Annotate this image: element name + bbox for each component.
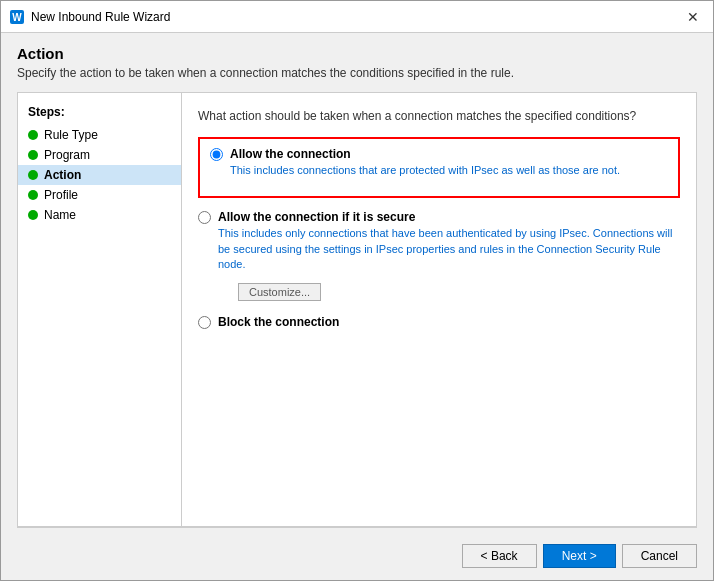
allow-option-row: Allow the connection This includes conne…: [210, 147, 668, 178]
block-option-row: Block the connection: [198, 315, 680, 329]
allow-secure-desc: This includes only connections that have…: [218, 226, 680, 272]
step-label-action: Action: [44, 168, 81, 182]
step-label-profile: Profile: [44, 188, 78, 202]
step-dot-profile: [28, 190, 38, 200]
allow-title: Allow the connection: [230, 147, 620, 161]
block-title: Block the connection: [218, 315, 339, 329]
next-button[interactable]: Next >: [543, 544, 616, 568]
title-bar: W New Inbound Rule Wizard ✕: [1, 1, 713, 33]
step-label-name: Name: [44, 208, 76, 222]
close-button[interactable]: ✕: [681, 5, 705, 29]
sidebar-item-name[interactable]: Name: [18, 205, 181, 225]
svg-text:W: W: [12, 12, 22, 23]
back-button[interactable]: < Back: [462, 544, 537, 568]
sidebar-item-action[interactable]: Action: [18, 165, 181, 185]
footer: < Back Next > Cancel: [17, 536, 697, 570]
step-label-rule-type: Rule Type: [44, 128, 98, 142]
page-title: Action: [17, 45, 697, 62]
footer-divider: [17, 527, 697, 528]
step-dot-program: [28, 150, 38, 160]
question-text: What action should be taken when a conne…: [198, 109, 680, 123]
sidebar-item-program[interactable]: Program: [18, 145, 181, 165]
window-title: New Inbound Rule Wizard: [31, 10, 681, 24]
allow-desc: This includes connections that are prote…: [230, 163, 620, 178]
allow-radio[interactable]: [210, 148, 223, 161]
step-label-program: Program: [44, 148, 90, 162]
step-dot-name: [28, 210, 38, 220]
allow-content: Allow the connection This includes conne…: [230, 147, 620, 178]
allow-option-box: Allow the connection This includes conne…: [198, 137, 680, 198]
content-area: Steps: Rule Type Program Action Profile: [17, 92, 697, 527]
allow-secure-option-row: Allow the connection if it is secure Thi…: [198, 210, 680, 272]
cancel-button[interactable]: Cancel: [622, 544, 697, 568]
allow-secure-content: Allow the connection if it is secure Thi…: [218, 210, 680, 272]
block-radio[interactable]: [198, 316, 211, 329]
page-subtitle: Specify the action to be taken when a co…: [17, 66, 697, 80]
allow-secure-title: Allow the connection if it is secure: [218, 210, 680, 224]
allow-secure-radio[interactable]: [198, 211, 211, 224]
block-content: Block the connection: [218, 315, 339, 329]
steps-panel: Steps: Rule Type Program Action Profile: [17, 92, 182, 527]
main-panel: What action should be taken when a conne…: [182, 92, 697, 527]
window-body: Action Specify the action to be taken wh…: [1, 33, 713, 580]
wizard-icon: W: [9, 9, 25, 25]
window: W New Inbound Rule Wizard ✕ Action Speci…: [0, 0, 714, 581]
sidebar-item-rule-type[interactable]: Rule Type: [18, 125, 181, 145]
step-dot-action: [28, 170, 38, 180]
step-dot-rule-type: [28, 130, 38, 140]
steps-label: Steps:: [18, 103, 181, 125]
customize-button[interactable]: Customize...: [238, 283, 321, 301]
sidebar-item-profile[interactable]: Profile: [18, 185, 181, 205]
